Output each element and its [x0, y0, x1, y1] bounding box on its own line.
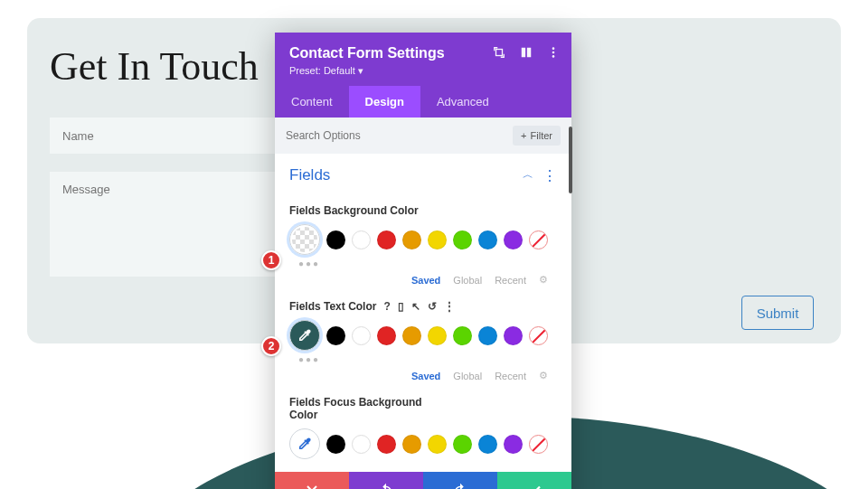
swatch-none[interactable]: [529, 326, 548, 345]
panel-scrollbar[interactable]: [569, 127, 572, 193]
save-button[interactable]: [497, 472, 571, 489]
callout-badge-1: 1: [261, 250, 281, 270]
state-saved[interactable]: Saved: [411, 275, 440, 286]
swatch-red[interactable]: [377, 230, 396, 249]
redo-icon: [452, 483, 468, 489]
swatch-blue[interactable]: [478, 435, 497, 454]
section-title[interactable]: Fields: [289, 166, 330, 184]
svg-point-4: [552, 52, 555, 54]
svg-rect-1: [522, 48, 525, 58]
check-icon: [526, 483, 542, 489]
option-fields-focus-bg: Fields Focus Background Color: [275, 383, 571, 472]
swatch-white[interactable]: [352, 435, 371, 454]
option-label: Fields Background Color: [289, 204, 557, 217]
swatch-row-focus: [289, 428, 557, 459]
search-bar: +Filter: [275, 118, 571, 154]
color-state-row: Saved Global Recent ⚙: [289, 370, 548, 381]
state-saved[interactable]: Saved: [411, 371, 440, 381]
option-toolbar: ? ▯ ↖ ↺ ⋮: [383, 300, 454, 313]
color-state-row: Saved Global Recent ⚙: [289, 274, 548, 286]
submit-button[interactable]: Submit: [741, 296, 814, 330]
swatch-purple[interactable]: [504, 326, 523, 345]
svg-rect-2: [527, 48, 531, 58]
state-recent[interactable]: Recent: [495, 275, 526, 286]
svg-rect-0: [496, 50, 503, 56]
page-title: Get In Touch: [50, 43, 259, 89]
swatch-row-text: [289, 320, 557, 351]
swatch-row-bg: [289, 224, 557, 255]
hover-icon[interactable]: ↖: [411, 300, 420, 313]
more-icon[interactable]: [546, 45, 561, 60]
preset-dropdown[interactable]: Preset: Default ▾: [289, 65, 557, 77]
current-color-transparent[interactable]: [289, 224, 320, 255]
redo-button[interactable]: [423, 472, 497, 489]
swatch-orange[interactable]: [402, 435, 421, 454]
swatch-black[interactable]: [326, 326, 345, 345]
gear-icon[interactable]: ⚙: [539, 274, 548, 286]
swatch-green[interactable]: [453, 230, 472, 249]
section-header: Fields ︿ ⋮: [275, 154, 571, 192]
swatch-orange[interactable]: [402, 230, 421, 249]
tab-advanced[interactable]: Advanced: [420, 86, 505, 118]
device-icon[interactable]: ▯: [398, 300, 404, 313]
undo-button[interactable]: [349, 472, 423, 489]
checker-icon: [292, 227, 317, 252]
swatch-green[interactable]: [453, 435, 472, 454]
swatch-purple[interactable]: [504, 435, 523, 454]
state-global[interactable]: Global: [453, 371, 482, 381]
swatch-blue[interactable]: [478, 326, 497, 345]
filter-button[interactable]: +Filter: [513, 126, 561, 146]
swatch-yellow[interactable]: [428, 230, 447, 249]
drag-handle-icon[interactable]: ●●●: [298, 259, 557, 268]
current-color-eyedropper[interactable]: [289, 320, 320, 351]
option-more-icon[interactable]: ⋮: [444, 300, 455, 313]
tab-bar: Content Design Advanced: [275, 86, 571, 118]
columns-icon[interactable]: [519, 45, 533, 60]
option-label: Fields Text Color ? ▯ ↖ ↺ ⋮: [289, 300, 557, 313]
swatch-black[interactable]: [326, 435, 345, 454]
close-icon: [305, 484, 319, 489]
option-fields-bg: Fields Background Color ●●● Saved Global…: [275, 192, 571, 286]
current-color-eyedropper[interactable]: [289, 428, 320, 459]
help-icon[interactable]: ?: [383, 300, 390, 313]
settings-panel: Contact Form Settings Preset: Default ▾ …: [275, 33, 571, 489]
swatch-red[interactable]: [377, 326, 396, 345]
plus-icon: +: [521, 130, 526, 141]
swatch-orange[interactable]: [402, 326, 421, 345]
tab-content[interactable]: Content: [275, 86, 349, 118]
swatch-white[interactable]: [352, 326, 371, 345]
gear-icon[interactable]: ⚙: [539, 370, 548, 381]
swatch-none[interactable]: [529, 230, 548, 249]
cancel-button[interactable]: [275, 472, 349, 489]
state-global[interactable]: Global: [453, 275, 482, 286]
swatch-black[interactable]: [326, 230, 345, 249]
swatch-yellow[interactable]: [428, 326, 447, 345]
expand-icon[interactable]: [492, 45, 506, 60]
section-more-icon[interactable]: ⋮: [542, 167, 557, 184]
swatch-purple[interactable]: [504, 230, 523, 249]
reset-icon[interactable]: ↺: [428, 300, 437, 313]
swatch-green[interactable]: [453, 326, 472, 345]
eyedropper-icon: [297, 327, 313, 343]
callout-badge-2: 2: [261, 336, 281, 356]
swatch-yellow[interactable]: [428, 435, 447, 454]
panel-footer: [275, 472, 571, 489]
chevron-up-icon[interactable]: ︿: [523, 167, 533, 184]
option-label: Fields Focus Background Color: [289, 396, 434, 421]
state-recent[interactable]: Recent: [495, 371, 526, 381]
swatch-white[interactable]: [352, 230, 371, 249]
tab-design[interactable]: Design: [349, 86, 420, 118]
panel-header: Contact Form Settings Preset: Default ▾: [275, 33, 571, 86]
drag-handle-icon[interactable]: ●●●: [298, 354, 557, 364]
undo-icon: [378, 483, 394, 489]
swatch-red[interactable]: [377, 435, 396, 454]
search-input[interactable]: [286, 129, 513, 142]
swatch-none[interactable]: [529, 435, 548, 454]
eyedropper-icon: [297, 436, 313, 452]
option-fields-text: Fields Text Color ? ▯ ↖ ↺ ⋮ ●●●: [275, 287, 571, 381]
swatch-blue[interactable]: [478, 230, 497, 249]
svg-point-3: [552, 47, 555, 50]
svg-point-5: [552, 55, 555, 58]
